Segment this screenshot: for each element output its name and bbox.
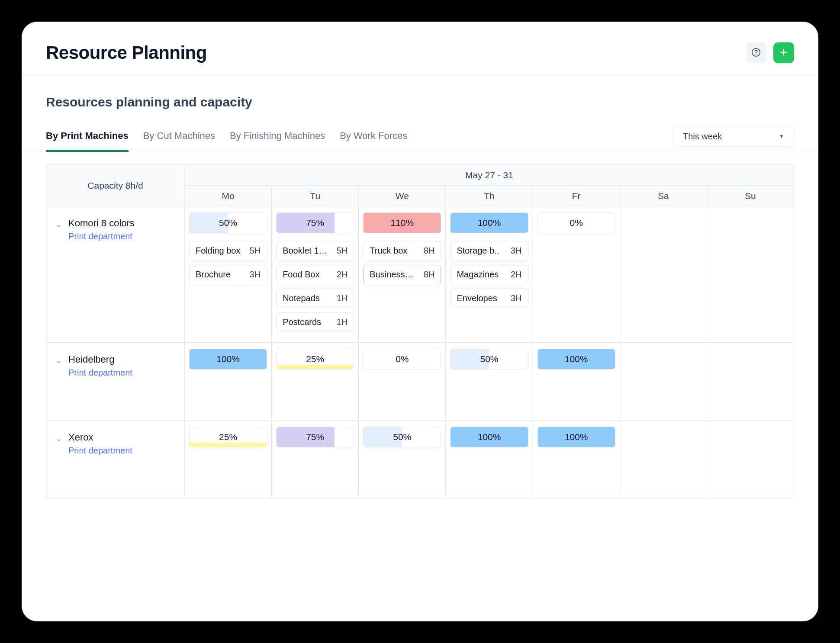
capacity-value: 50% bbox=[393, 432, 411, 442]
resource-department-link[interactable]: Print department bbox=[68, 446, 132, 456]
task-hours: 8H bbox=[424, 270, 435, 280]
task-card[interactable]: Magazines2H bbox=[450, 265, 528, 284]
capacity-value: 100% bbox=[478, 218, 501, 228]
capacity-badge[interactable]: 50% bbox=[363, 427, 441, 447]
capacity-table: Capacity 8h/d May 27 - 31 MoTuWeThFrSaSu… bbox=[46, 164, 794, 498]
capacity-badge[interactable]: 100% bbox=[450, 212, 528, 233]
resource-department-link[interactable]: Print department bbox=[68, 231, 135, 241]
range-select-value: This week bbox=[683, 132, 722, 141]
task-name: Storage b.. bbox=[457, 246, 499, 256]
help-button[interactable] bbox=[746, 42, 766, 63]
capacity-badge[interactable]: 75% bbox=[276, 212, 354, 233]
task-hours: 5H bbox=[250, 246, 261, 256]
day-cell: 25% bbox=[185, 421, 272, 498]
capacity-badge[interactable]: 50% bbox=[450, 349, 528, 370]
task-name: Booklet 128.. bbox=[283, 246, 328, 256]
task-card[interactable]: Truck box8H bbox=[363, 241, 441, 260]
tabs: By Print MachinesBy Cut MachinesBy Finis… bbox=[46, 121, 407, 152]
table-wrap: Capacity 8h/d May 27 - 31 MoTuWeThFrSaSu… bbox=[22, 152, 818, 523]
day-cell bbox=[707, 343, 794, 421]
task-card[interactable]: Booklet 128..5H bbox=[276, 241, 354, 260]
table-row: ⌄XeroxPrint department25%75%50%100%100% bbox=[46, 421, 794, 498]
resource-cell: ⌄XeroxPrint department bbox=[46, 421, 185, 498]
capacity-value: 100% bbox=[478, 432, 501, 442]
header-actions bbox=[746, 42, 794, 63]
tab-by-work-forces[interactable]: By Work Forces bbox=[340, 121, 407, 152]
range-select[interactable]: This week ▼ bbox=[673, 126, 794, 147]
day-cell: 25% bbox=[272, 343, 359, 421]
capacity-header: Capacity 8h/d bbox=[46, 165, 185, 206]
task-name: Magazines bbox=[457, 270, 499, 280]
day-header-sa: Sa bbox=[620, 186, 707, 206]
day-cell: 100% bbox=[533, 343, 620, 421]
day-header-th: Th bbox=[446, 186, 533, 206]
capacity-badge[interactable]: 0% bbox=[363, 349, 441, 370]
task-card[interactable]: Storage b..3H bbox=[450, 241, 528, 260]
task-card[interactable]: Postcards1H bbox=[276, 312, 354, 332]
capacity-badge[interactable]: 75% bbox=[276, 427, 354, 447]
capacity-badge[interactable]: 100% bbox=[189, 349, 267, 370]
task-hours: 3H bbox=[250, 270, 261, 280]
capacity-badge[interactable]: 25% bbox=[276, 349, 354, 370]
page-title: Resource Planning bbox=[46, 42, 207, 63]
day-cell bbox=[620, 206, 707, 343]
chevron-down-icon[interactable]: ⌄ bbox=[55, 434, 62, 443]
capacity-badge[interactable]: 25% bbox=[189, 427, 267, 447]
task-hours: 5H bbox=[337, 246, 348, 256]
subtitle: Resources planning and capacity bbox=[46, 95, 794, 109]
task-card[interactable]: Notepads1H bbox=[276, 289, 354, 308]
chevron-down-icon[interactable]: ⌄ bbox=[55, 357, 62, 365]
task-hours: 1H bbox=[337, 293, 348, 303]
capacity-value: 0% bbox=[396, 354, 409, 364]
table-row: ⌄Komori 8 colorsPrint department50%Foldi… bbox=[46, 206, 794, 343]
day-header-fr: Fr bbox=[533, 186, 620, 206]
task-hours: 3H bbox=[511, 293, 522, 303]
app-card: Resource Planning Resources planning and… bbox=[22, 22, 818, 621]
resource-cell: ⌄HeidelbergPrint department bbox=[46, 343, 185, 421]
resource-name: Heidelberg bbox=[68, 354, 132, 365]
resource-department-link[interactable]: Print department bbox=[68, 368, 132, 378]
capacity-badge[interactable]: 50% bbox=[189, 212, 267, 233]
capacity-badge[interactable]: 100% bbox=[537, 349, 615, 370]
day-cell: 100%Storage b..3HMagazines2HEnvelopes3H bbox=[446, 206, 533, 343]
day-cell: 110%Truck box8HBusiness c..8H bbox=[359, 206, 446, 343]
resource-cell: ⌄Komori 8 colorsPrint department bbox=[46, 206, 185, 343]
task-card[interactable]: Folding box5H bbox=[189, 241, 267, 260]
task-name: Folding box bbox=[196, 246, 240, 256]
task-name: Business c.. bbox=[370, 270, 415, 280]
task-hours: 3H bbox=[511, 246, 522, 256]
task-card[interactable]: Envelopes3H bbox=[450, 289, 528, 308]
capacity-value: 25% bbox=[306, 354, 324, 364]
capacity-value: 75% bbox=[306, 218, 324, 228]
capacity-badge[interactable]: 0% bbox=[537, 212, 615, 233]
plus-icon bbox=[779, 48, 789, 58]
capacity-badge[interactable]: 110% bbox=[363, 212, 441, 233]
capacity-badge[interactable]: 100% bbox=[537, 427, 615, 447]
day-header-su: Su bbox=[707, 186, 794, 206]
add-button[interactable] bbox=[773, 42, 794, 63]
capacity-value: 110% bbox=[390, 218, 414, 228]
day-cell: 0% bbox=[533, 206, 620, 343]
task-hours: 2H bbox=[511, 270, 522, 280]
capacity-badge[interactable]: 100% bbox=[450, 427, 528, 447]
capacity-value: 100% bbox=[565, 354, 588, 364]
tab-by-print-machines[interactable]: By Print Machines bbox=[46, 121, 129, 152]
capacity-value: 50% bbox=[219, 218, 237, 228]
day-cell: 100% bbox=[185, 343, 272, 421]
page-header: Resource Planning bbox=[22, 22, 818, 75]
task-card[interactable]: Food Box2H bbox=[276, 265, 354, 284]
tab-by-cut-machines[interactable]: By Cut Machines bbox=[143, 121, 215, 152]
task-hours: 2H bbox=[337, 270, 348, 280]
resource-name: Komori 8 colors bbox=[68, 218, 135, 229]
tab-by-finishing-machines[interactable]: By Finishing Machines bbox=[230, 121, 325, 152]
day-cell: 75%Booklet 128..5HFood Box2HNotepads1HPo… bbox=[272, 206, 359, 343]
day-cell bbox=[620, 421, 707, 498]
day-cell bbox=[620, 343, 707, 421]
resource-name: Xerox bbox=[68, 432, 132, 443]
capacity-value: 50% bbox=[480, 354, 498, 364]
chevron-down-icon[interactable]: ⌄ bbox=[55, 220, 62, 228]
capacity-value: 75% bbox=[306, 432, 324, 442]
table-row: ⌄HeidelbergPrint department100%25%0%50%1… bbox=[46, 343, 794, 421]
task-card[interactable]: Brochure3H bbox=[189, 265, 267, 284]
task-card[interactable]: Business c..8H bbox=[363, 265, 441, 284]
